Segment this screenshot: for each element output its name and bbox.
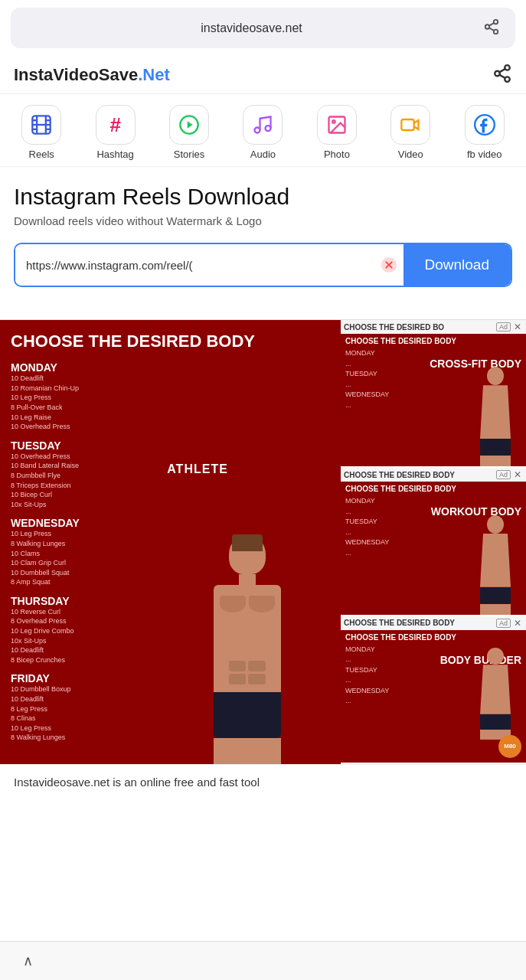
ad-right-header-3: CHOOSE THE DESIRED BODY Ad ✕ [341,616,526,630]
person-torso [214,585,281,692]
ad-right-item-1[interactable]: CHOOSE THE DESIRED BO Ad ✕ CHOOSE THE DE… [341,320,526,468]
clear-icon [381,256,397,273]
ad-right-item-3[interactable]: CHOOSE THE DESIRED BODY Ad ✕ CHOOSE THE … [341,616,526,764]
sidebar-item-audio[interactable]: Audio [236,105,289,160]
ad-right: CHOOSE THE DESIRED BO Ad ✕ CHOOSE THE DE… [341,320,526,764]
video-label: Video [398,149,423,160]
sidebar-item-hashtag[interactable]: # Hashtag [89,105,142,160]
page-title: Instagram Reels Download [14,184,512,210]
reels-icon-box [21,105,61,145]
ad-right-title-text-3: CHOOSE THE DESIRED BODY [344,619,455,627]
hashtag-icon-box: # [96,105,136,145]
bottom-text-section: Instavideosave.net is an online free and… [0,764,526,799]
ad-left-title: CHOOSE THE DESIRED BODY [11,332,330,351]
mini-person-3 [465,648,526,740]
athlete-label: ATHLETE [161,459,333,479]
svg-point-23 [332,120,335,123]
clear-button[interactable] [374,256,403,273]
person-silhouette [201,534,293,764]
person-pecs [220,596,275,612]
audio-icon-box [243,105,283,145]
ad-right-heading-2: CHOOSE THE DESIRED BODY [345,485,521,493]
ad-badge-2: Ad [496,470,511,479]
svg-marker-19 [188,121,193,128]
ad-right-heading-3: CHOOSE THE DESIRED BODY [345,633,521,642]
ad-close-2[interactable]: ✕ [512,469,523,480]
url-input[interactable] [15,247,374,284]
svg-point-21 [266,126,271,131]
video-icon-box [390,105,430,145]
bottom-text: Instavideosave.net is an online free and… [14,776,512,789]
stories-label: Stories [174,149,204,160]
page-subtitle: Download reels video without Watermark &… [14,214,512,227]
ad-section: CHOOSE THE DESIRED BODY MONDAY 10 Deadli… [0,319,526,764]
photo-label: Photo [324,149,350,160]
person-neck [239,574,256,585]
audio-icon [252,114,273,136]
ad-badge-3: Ad [496,619,511,628]
mini-person-1 [465,367,526,466]
ad-right-title-text-1: CHOOSE THE DESIRED BO [344,323,444,332]
hashtag-icon: # [109,113,120,137]
svg-rect-24 [402,119,414,130]
bottom-nav: ∧ [0,941,526,980]
person-head [229,534,266,574]
sidebar-item-stories[interactable]: Stories [162,105,216,160]
site-header: InstaVideoSave.Net [0,56,526,94]
svg-line-9 [499,69,505,72]
photo-icon [326,114,348,136]
ad-close-1[interactable]: ✕ [512,322,523,332]
monday-title: MONDAY [11,361,330,374]
download-bar: Download [14,243,512,287]
svg-point-20 [255,128,260,133]
mini-person-2 [465,515,526,615]
main-content: Instagram Reels Download Download reels … [0,167,526,319]
ad-header-controls-2: Ad ✕ [496,469,523,480]
ad-right-header-2: CHOOSE THE DESIRED BODY Ad ✕ [341,468,526,482]
ad-header-controls-1: Ad ✕ [496,322,523,332]
stories-icon [178,114,200,136]
svg-line-3 [489,28,494,31]
ad-right-item-2[interactable]: CHOOSE THE DESIRED BODY Ad ✕ CHOOSE THE … [341,468,526,616]
address-bar[interactable]: instavideosave.net [11,8,515,48]
monday-section: MONDAY 10 Deadlift10 Romanian Chin-Up10 … [11,361,330,432]
ad-person-left: ATHLETE [153,444,341,764]
fbvideo-label: fb video [467,149,502,160]
audio-label: Audio [250,149,276,160]
svg-line-8 [499,75,505,78]
fbvideo-icon-box [465,105,505,145]
sidebar-item-video[interactable]: Video [384,105,437,160]
scroll-up-button[interactable]: ∧ [15,949,41,972]
ad-right-header-1: CHOOSE THE DESIRED BO Ad ✕ [341,320,526,334]
ad-left[interactable]: CHOOSE THE DESIRED BODY MONDAY 10 Deadli… [0,320,341,764]
ad-right-heading-1: CHOOSE THE DESIRED BODY [345,337,521,345]
reels-label: Reels [29,149,54,160]
download-button[interactable]: Download [403,244,511,286]
sidebar-item-photo[interactable]: Photo [310,105,364,160]
share-icon [483,18,500,35]
ad-close-3[interactable]: ✕ [512,618,523,629]
header-share-button[interactable] [492,64,512,86]
person-hair [232,534,263,551]
person-legs [214,738,281,764]
sidebar-item-fbvideo[interactable]: fb video [458,105,511,160]
site-logo: InstaVideoSave.Net [14,65,170,85]
m80-badge: M80 [498,735,521,758]
nav-bar: Reels # Hashtag Stories Audio [0,94,526,167]
photo-icon-box [317,105,357,145]
url-display: instavideosave.net [23,21,480,35]
person-shorts [214,692,281,738]
person-abs [229,661,266,684]
hashtag-label: Hashtag [96,149,133,160]
header-share-icon [492,64,512,83]
reels-icon [31,114,52,136]
fb-icon [474,114,495,136]
svg-line-4 [489,23,494,26]
monday-exercises: 10 Deadlift10 Romanian Chin-Up10 Leg Pre… [11,374,330,432]
ad-right-title-text-2: CHOOSE THE DESIRED BODY [344,471,455,479]
sidebar-item-reels[interactable]: Reels [15,105,68,160]
share-button[interactable] [480,15,503,41]
video-icon [400,114,421,136]
ad-badge-1: Ad [496,322,511,332]
ad-header-controls-3: Ad ✕ [496,618,523,629]
